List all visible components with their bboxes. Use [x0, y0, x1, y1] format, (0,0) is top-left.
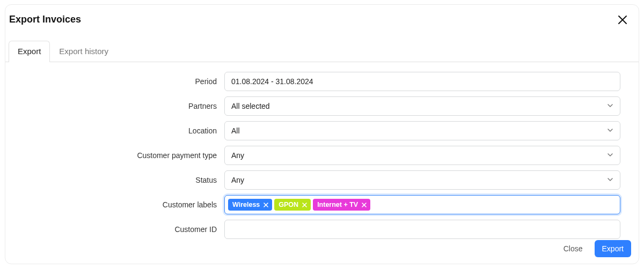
export-form: Period 01.08.2024 - 31.08.2024 Partners … — [5, 62, 639, 239]
label-location: Location — [16, 126, 224, 135]
tag-label: GPON — [279, 201, 298, 208]
export-button[interactable]: Export — [595, 240, 631, 257]
row-period: Period 01.08.2024 - 31.08.2024 — [16, 72, 628, 91]
label-customer-id: Customer ID — [16, 225, 224, 234]
tag: Wireless — [228, 199, 272, 211]
label-customer-labels: Customer labels — [16, 200, 224, 209]
tag: Internet + TV — [313, 199, 370, 211]
location-select[interactable]: All — [224, 121, 620, 140]
label-period: Period — [16, 77, 224, 86]
payment-type-select[interactable]: Any — [224, 146, 620, 165]
chevron-down-icon — [607, 126, 613, 135]
chevron-down-icon — [607, 176, 613, 184]
chevron-down-icon — [607, 151, 613, 160]
tag-remove-icon[interactable] — [361, 201, 367, 208]
tag-remove-icon[interactable] — [301, 201, 308, 208]
status-select[interactable]: Any — [224, 170, 620, 190]
period-value: 01.08.2024 - 31.08.2024 — [231, 77, 313, 86]
label-partners: Partners — [16, 102, 224, 110]
location-value: All — [231, 126, 240, 135]
label-status: Status — [16, 176, 224, 184]
modal-header: Export Invoices — [5, 5, 639, 26]
period-input[interactable]: 01.08.2024 - 31.08.2024 — [224, 72, 620, 91]
close-icon[interactable] — [616, 13, 629, 26]
row-payment-type: Customer payment type Any — [16, 146, 628, 165]
status-value: Any — [231, 176, 244, 184]
partners-select[interactable]: All selected — [224, 96, 620, 116]
chevron-down-icon — [607, 102, 613, 110]
customer-labels-input[interactable]: WirelessGPONInternet + TV — [224, 195, 620, 214]
close-button[interactable]: Close — [556, 240, 590, 257]
row-partners: Partners All selected — [16, 96, 628, 116]
label-payment-type: Customer payment type — [16, 151, 224, 160]
modal-footer: Close Export — [5, 234, 639, 264]
tag-label: Internet + TV — [317, 201, 358, 208]
payment-type-value: Any — [231, 151, 244, 160]
tag-remove-icon[interactable] — [262, 201, 269, 208]
row-labels: Customer labels WirelessGPONInternet + T… — [16, 195, 628, 214]
modal-title: Export Invoices — [9, 14, 81, 25]
partners-value: All selected — [231, 102, 270, 110]
tab-history[interactable]: Export history — [50, 41, 118, 62]
row-location: Location All — [16, 121, 628, 140]
tab-export[interactable]: Export — [9, 41, 50, 62]
row-status: Status Any — [16, 170, 628, 190]
tabs: Export Export history — [5, 40, 639, 62]
export-invoices-modal: Export Invoices Export Export history Pe… — [5, 4, 639, 264]
tag: GPON — [274, 199, 311, 211]
tag-label: Wireless — [232, 201, 260, 208]
